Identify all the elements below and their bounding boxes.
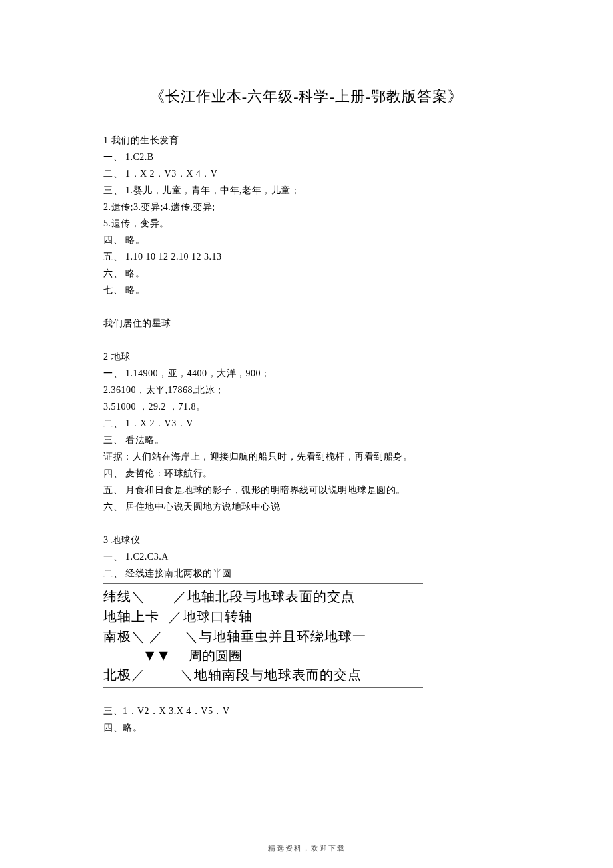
section-heading-3: 3 地球仪 bbox=[103, 532, 510, 548]
answer-line: 四、 麦哲伦：环球航行。 bbox=[103, 465, 510, 482]
diagram-connector-icon: ▼ ▼ bbox=[145, 647, 166, 663]
section-heading-1: 1 我们的生长发育 bbox=[103, 132, 510, 149]
section-heading-planet: 我们居住的星球 bbox=[103, 315, 510, 332]
answer-line: 三、 1.婴儿，儿童，青年，中年,老年，儿童； bbox=[103, 182, 510, 199]
diagram-right-label: ＼地轴南段与地球表而的交点 bbox=[180, 667, 362, 682]
answer-line: 3.51000 ，29.2 ，71.8。 bbox=[103, 398, 510, 415]
answer-line: 六、 居住地中心说天圆地方说地球中心说 bbox=[103, 498, 510, 515]
diagram-left-label: 南极＼ ／ bbox=[103, 626, 163, 646]
answer-line: 二、 1．X 2．V3．X 4．V bbox=[103, 165, 510, 182]
answer-line: 四、略。 bbox=[103, 719, 510, 736]
diagram-left-label: 纬线＼ bbox=[103, 586, 145, 606]
answer-line: 证据：人们站在海岸上，迎接归航的船只时，先看到桅杆，再看到船身。 bbox=[103, 448, 510, 465]
answer-line: 七、 略。 bbox=[103, 282, 510, 298]
answer-line: 5.遗传，变异。 bbox=[103, 215, 510, 232]
answer-line: 二、 1．X 2．V3．V bbox=[103, 415, 510, 432]
document-title: 《长江作业本-六年级-科学-上册-鄂教版答案》 bbox=[103, 87, 510, 107]
diagram-center-label: 周的圆圈 bbox=[169, 646, 261, 665]
answer-line: 2.遗传;3.变异;4.遗传,变异; bbox=[103, 199, 510, 215]
answer-line: 一、 1.C2.C3.A bbox=[103, 548, 510, 565]
answer-line: 五、 月食和日食是地球的影子，弧形的明暗界线可以说明地球是圆的。 bbox=[103, 482, 510, 498]
matching-diagram: 纬线＼ ／地轴北段与地球表面的交点 地轴上卡 ／地球口转轴 南极＼ ／ ＼与地轴… bbox=[103, 583, 423, 688]
diagram-right-label: ／地轴北段与地球表面的交点 bbox=[173, 589, 355, 604]
answer-line: 四、 略。 bbox=[103, 232, 510, 248]
answer-line: 六、 略。 bbox=[103, 265, 510, 282]
answer-line: 三、1．V2．X 3.X 4．V5．V bbox=[103, 703, 510, 719]
diagram-right-label: ＼与地轴垂虫并且环绕地球一 bbox=[185, 629, 366, 644]
diagram-left-label: 地轴上卡 bbox=[103, 606, 159, 626]
section-heading-2: 2 地球 bbox=[103, 348, 510, 365]
answer-line: 三、 看法略。 bbox=[103, 432, 510, 448]
diagram-right-label: ／地球口转轴 bbox=[169, 609, 253, 624]
answer-line: 一、 1.C2.B bbox=[103, 149, 510, 165]
diagram-left-label: 北极／ bbox=[103, 665, 145, 685]
answer-line: 一、 1.14900，亚，4400，大洋，900； bbox=[103, 365, 510, 382]
page-footer: 精选资料，欢迎下载 bbox=[0, 843, 613, 853]
answer-line: 2.36100，太平,17868,北冰； bbox=[103, 382, 510, 398]
answer-line: 五、 1.10 10 12 2.10 12 3.13 bbox=[103, 248, 510, 265]
answer-line: 二、 经线连接南北两极的半圆 bbox=[103, 565, 510, 582]
